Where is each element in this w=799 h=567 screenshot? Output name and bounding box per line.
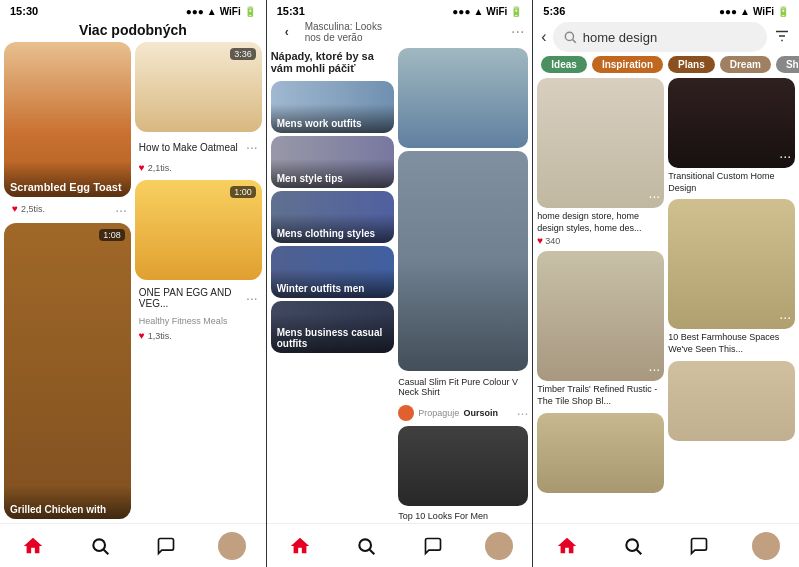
nav-chat-2[interactable] [419, 532, 447, 560]
svg-point-0 [93, 539, 105, 551]
pin-oatmeal-info: How to Make Oatmeal ··· [135, 136, 262, 158]
suggest-clothing[interactable]: Mens clothing styles [271, 191, 395, 243]
time-3: 5:36 [543, 5, 565, 17]
right-main-info: Casual Slim Fit Pure Colour V Neck Shirt [398, 374, 528, 400]
nav-avatar-3[interactable] [752, 532, 780, 560]
back-button-3[interactable]: ‹ [541, 28, 546, 46]
pill-plans[interactable]: Plans [668, 56, 715, 73]
pill-dream[interactable]: Dream [720, 56, 771, 73]
right-top-card[interactable] [398, 48, 528, 148]
home-card-1-info: home design store, home design styles, h… [537, 208, 664, 247]
suggest-business[interactable]: Mens business casual outfits [271, 301, 395, 353]
svg-point-9 [626, 539, 638, 551]
time-2: 15:31 [277, 5, 305, 17]
right-bottom-label: Top 10 Looks For Men [398, 509, 528, 523]
status-bar-1: 15:30 ●●● ▲ WiFi 🔋 [0, 0, 266, 20]
pill-ideas[interactable]: Ideas [541, 56, 587, 73]
nav-avatar-2[interactable] [485, 532, 513, 560]
bottom-nav-2 [267, 523, 533, 567]
right-main-card[interactable] [398, 151, 528, 371]
pin-egg-sub: Healthy Fitness Meals [135, 316, 262, 326]
suggest-mens-work[interactable]: Mens work outfits [271, 81, 395, 133]
search-input[interactable]: home design [553, 22, 767, 52]
home-card-3[interactable]: ··· Timber Trails' Refined Rustic - The … [537, 251, 664, 408]
pin-badge-grilled: 1:08 [99, 229, 125, 241]
more-icon-oatmeal[interactable]: ··· [246, 139, 258, 155]
svg-line-5 [572, 40, 575, 43]
panel2-header: ‹ Masculina: Looks nos de verão ··· [267, 20, 533, 48]
right-bottom-card[interactable] [398, 426, 528, 506]
nav-search-1[interactable] [86, 532, 114, 560]
svg-line-1 [103, 549, 108, 554]
home-card-5[interactable] [537, 413, 664, 493]
nav-avatar-1[interactable] [218, 532, 246, 560]
panel-viac-podobnych: 15:30 ●●● ▲ WiFi 🔋 Viac podobných Scramb… [0, 0, 266, 567]
status-icons-1: ●●● ▲ WiFi 🔋 [186, 6, 256, 17]
home-card-1[interactable]: ··· home design store, home design style… [537, 78, 664, 247]
pill-shipp[interactable]: Shipp... [776, 56, 799, 73]
pin-badge-oatmeal: 3:36 [230, 48, 256, 60]
pin-grilled-chicken[interactable]: 1:08 Grilled Chicken with [4, 223, 131, 519]
panel1-header: Viac podobných [0, 20, 266, 42]
more-icon-hc4[interactable]: ··· [779, 309, 791, 325]
panel1-col-right: 3:36 How to Make Oatmeal ··· ♥ 2,1tis. 1… [135, 42, 262, 519]
pin-egg-likes: ♥ 1,3tis. [135, 330, 262, 344]
panel2-right: Casual Slim Fit Pure Colour V Neck Shirt… [398, 48, 528, 523]
pin-scrambled-label: Scrambled Egg Toast [4, 161, 131, 197]
more-icon[interactable]: ··· [115, 202, 127, 218]
more-icon-panel2[interactable]: ··· [511, 23, 524, 41]
pill-inspiration[interactable]: Inspiration [592, 56, 663, 73]
pin-egg-veg[interactable]: 1:00 [135, 180, 262, 280]
svg-line-3 [370, 549, 375, 554]
home-card-2-info: Transitional Custom Home Design [668, 168, 795, 195]
propaguje-avatar [398, 405, 414, 421]
pin-scrambled-egg[interactable]: Scrambled Egg Toast [4, 42, 131, 197]
status-bar-2: 15:31 ●●● ▲ WiFi 🔋 [267, 0, 533, 20]
search-row: ‹ home design [533, 20, 799, 56]
panel1-col-left: Scrambled Egg Toast ♥ 2,5tis. ··· 1:08 G… [4, 42, 131, 519]
home-card-4[interactable]: ··· 10 Best Farmhouse Spaces We've Seen … [668, 199, 795, 356]
nav-search-2[interactable] [352, 532, 380, 560]
suggest-men-style[interactable]: Men style tips [271, 136, 395, 188]
panel3-grid: ··· home design store, home design style… [533, 78, 799, 523]
status-icons-2: ●●● ▲ WiFi 🔋 [452, 6, 522, 17]
nav-chat-3[interactable] [685, 532, 713, 560]
filter-icon[interactable] [773, 27, 791, 48]
nav-home-2[interactable] [286, 532, 314, 560]
svg-line-10 [637, 549, 642, 554]
status-icons-3: ●●● ▲ WiFi 🔋 [719, 6, 789, 17]
time-1: 15:30 [10, 5, 38, 17]
pin-badge-egg: 1:00 [230, 186, 256, 198]
suggest-winter[interactable]: Winter outfits men [271, 246, 395, 298]
nav-chat-1[interactable] [152, 532, 180, 560]
panel3-col-left: ··· home design store, home design style… [537, 78, 664, 523]
more-icon-egg[interactable]: ··· [246, 290, 258, 306]
nav-search-3[interactable] [619, 532, 647, 560]
svg-point-2 [360, 539, 372, 551]
nav-home-3[interactable] [553, 532, 581, 560]
nav-home-1[interactable] [19, 532, 47, 560]
pin-scrambled-likes: ♥ 2,5tis. [8, 203, 49, 217]
back-button-2[interactable]: ‹ [275, 20, 299, 44]
bottom-nav-3 [533, 523, 799, 567]
bottom-nav-1 [0, 523, 266, 567]
pin-grilled-label: Grilled Chicken with [4, 486, 131, 519]
svg-point-4 [565, 32, 573, 40]
panel2-content: Nápady, ktoré by sa vám mohli páčiť Mens… [267, 48, 533, 523]
home-card-6[interactable] [668, 361, 795, 441]
suggest-heading: Nápady, ktoré by sa vám mohli páčiť [271, 48, 395, 78]
pin-egg-info: ONE PAN EGG AND VEG... ··· [135, 284, 262, 312]
more-propaguje[interactable]: ··· [517, 405, 529, 421]
panel-mens-outfits: 15:31 ●●● ▲ WiFi 🔋 ‹ Masculina: Looks no… [266, 0, 533, 567]
pin-oatmeal[interactable]: 3:36 [135, 42, 262, 132]
panel-home-design: 5:36 ●●● ▲ WiFi 🔋 ‹ home design Ideas In… [532, 0, 799, 567]
home-card-2[interactable]: ··· Transitional Custom Home Design [668, 78, 795, 195]
more-icon-hc1[interactable]: ··· [649, 188, 661, 204]
more-icon-hc2[interactable]: ··· [779, 148, 791, 164]
pill-row: Ideas Inspiration Plans Dream Shipp... [533, 56, 799, 78]
more-icon-hc3[interactable]: ··· [649, 361, 661, 377]
propaguje-row: Propaguje Oursoin ··· [398, 403, 528, 423]
panel3-col-right: ··· Transitional Custom Home Design ··· … [668, 78, 795, 523]
home-card-3-info: Timber Trails' Refined Rustic - The Tile… [537, 381, 664, 408]
panel2-suggestions: Nápady, ktoré by sa vám mohli páčiť Mens… [271, 48, 395, 523]
